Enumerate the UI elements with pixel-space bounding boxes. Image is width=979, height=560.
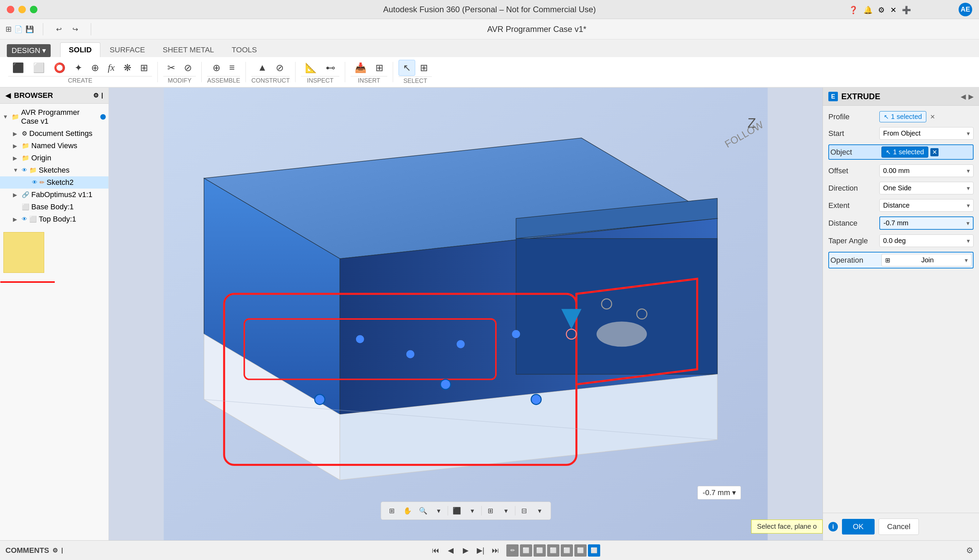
tree-item-sketch2[interactable]: ▶ 👁 ✏ Sketch2 [0,177,109,188]
inspect-measure-btn[interactable]: 📐 [301,60,321,75]
display-dropdown-btn[interactable]: ▾ [466,504,479,518]
view-pan-btn[interactable]: ✋ [401,504,414,518]
construct-more-btn[interactable]: ⊘ [272,60,288,75]
distance-dropdown-arrow[interactable]: ▾ [732,488,736,497]
user-avatar[interactable]: AE [959,3,972,16]
help-icon[interactable]: ❓ [849,6,858,15]
panel-left-arrow[interactable]: ◀ [961,92,966,101]
object-clear-btn[interactable]: ✕ [931,148,939,156]
browser-collapse-icon[interactable]: ◀ [5,92,10,100]
settings-top-icon[interactable]: ⚙ [878,6,885,15]
cancel-button[interactable]: Cancel [879,518,919,535]
direction-dropdown[interactable]: One Side ▾ [879,182,974,194]
tree-item-doc-settings[interactable]: ▶ ⚙ Document Settings [0,127,109,140]
timeline-next-btn[interactable]: ▶| [474,544,487,557]
close-button[interactable] [7,6,14,13]
new-tab-icon[interactable]: ➕ [902,6,911,15]
ok-button[interactable]: OK [842,519,875,535]
tab-surface[interactable]: SURFACE [102,43,154,57]
close-tab-icon[interactable]: ✕ [890,6,896,15]
file-icon[interactable]: 📄 [14,25,23,33]
more-view-dropdown-btn[interactable]: ▾ [533,504,546,518]
view-zoom-fit-btn[interactable]: 🔍 [416,504,430,518]
select-btn[interactable]: ↖ [399,60,415,76]
display-mode-btn[interactable]: ⬛ [450,504,463,518]
create-sphere-btn[interactable]: ✦ [70,60,86,75]
tree-item-named-views[interactable]: ▶ 📁 Named Views [0,140,109,152]
assemble-joint-btn[interactable]: ⊕ [209,60,224,75]
undo-button[interactable]: ↩ [52,22,66,36]
distance-input[interactable]: -0.7 mm ▾ [879,217,974,230]
model-viewport[interactable]: Z FOLLOW [109,88,823,540]
tree-visibility-sketch2[interactable]: 👁 [32,179,37,185]
more-view-btn[interactable]: ⊟ [517,504,531,518]
tab-tools[interactable]: TOOLS [224,43,265,57]
create-formula-btn[interactable]: fx [104,60,119,75]
tree-item-faboptimus[interactable]: ▶ 🔗 FabOptimus2 v1:1 [0,188,109,201]
maximize-button[interactable] [30,6,37,13]
create-sketch-btn[interactable]: ⬛ [8,60,28,75]
tree-visibility-top-body[interactable]: 👁 [22,216,27,222]
create-box-btn[interactable]: ⬜ [29,60,49,75]
create-more-btn[interactable]: ⊞ [136,60,152,75]
profile-clear-btn[interactable]: ✕ [928,113,937,121]
select-more-btn[interactable]: ⊞ [416,60,432,75]
notification-icon[interactable]: 🔔 [864,6,872,15]
tree-item-root[interactable]: ▼ 📁 AVR Programmer Case v1 [0,107,109,127]
create-cylinder-btn[interactable]: ⭕ [50,60,70,75]
timeline-item-3[interactable]: ⬜ [533,544,546,557]
timeline-prev-btn[interactable]: ◀ [444,544,457,557]
timeline-item-1[interactable]: ✏ [506,544,519,557]
save-icon[interactable]: 💾 [25,25,34,33]
browser-expand-icon[interactable]: | [101,92,103,99]
tree-item-top-body[interactable]: ▶ 👁 ⬜ Top Body:1 [0,213,109,225]
browser-settings-icon[interactable]: ⚙ [93,92,99,99]
tree-item-sketches[interactable]: ▼ 👁 📁 Sketches [0,164,109,177]
start-dropdown[interactable]: From Object ▾ [879,127,974,140]
tab-solid[interactable]: SOLID [60,42,100,57]
timeline-item-2[interactable]: ⬜ [520,544,532,557]
create-pattern-btn[interactable]: ❋ [119,60,135,75]
minimize-button[interactable] [18,6,26,13]
redo-button[interactable]: ↪ [68,22,82,36]
comments-expand-icon[interactable]: | [61,547,63,554]
distance-bubble[interactable]: -0.7 mm ▾ [697,486,741,500]
extent-dropdown[interactable]: Distance ▾ [879,199,974,212]
canvas-area[interactable]: Z FOLLOW -0.7 mm ▾ Select face, plane o … [109,88,823,540]
info-icon[interactable]: i [829,522,838,532]
panel-right-arrow[interactable]: ▶ [969,92,974,101]
assemble-more-btn[interactable]: ≡ [225,60,239,75]
taper-angle-input[interactable]: 0.0 deg ▾ [879,235,974,247]
insert-more-btn[interactable]: ⊞ [371,60,387,75]
snap-btn[interactable]: ⊞ [385,504,399,518]
zoom-dropdown-btn[interactable]: ▾ [432,504,446,518]
tree-item-origin[interactable]: ▶ 📁 Origin [0,152,109,164]
inspect-more-btn[interactable]: ⊷ [322,60,339,75]
extent-dropdown-arrow: ▾ [967,202,970,209]
tree-item-base-body[interactable]: ▶ ⬜ Base Body:1 [0,201,109,213]
modify-more-btn[interactable]: ⊘ [180,60,196,75]
offset-dropdown[interactable]: 0.00 mm ▾ [879,165,974,177]
grid-btn[interactable]: ⊞ [484,504,497,518]
comments-settings-icon[interactable]: ⚙ [52,547,58,554]
insert-btn[interactable]: 📥 [351,60,371,75]
design-dropdown[interactable]: DESIGN ▾ [7,44,51,57]
timeline-item-4[interactable]: ⬜ [547,544,560,557]
timeline-first-btn[interactable]: ⏮ [429,544,443,557]
create-extrude-btn[interactable]: ⊕ [87,60,103,75]
modify-press-pull-btn[interactable]: ✂ [163,60,179,75]
timeline-item-7[interactable]: ⬜ [588,544,600,557]
timeline-item-5[interactable]: ⬜ [561,544,573,557]
construct-plane-btn[interactable]: ▲ [253,60,271,75]
timeline-play-btn[interactable]: ▶ [459,544,472,557]
settings-btn[interactable]: ⚙ [966,546,974,555]
timeline-last-btn[interactable]: ⏭ [489,544,502,557]
tree-visibility-sketches[interactable]: 👁 [22,167,27,173]
profile-selected-badge[interactable]: ↖ 1 selected [879,111,926,122]
tree-arrow-named-views: ▶ [13,143,20,149]
timeline-item-6[interactable]: ⬜ [574,544,586,557]
object-selected-badge[interactable]: ↖ 1 selected [881,147,928,158]
tab-sheet-metal[interactable]: SHEET METAL [155,43,222,57]
grid-dropdown-btn[interactable]: ▾ [499,504,513,518]
operation-dropdown[interactable]: ⊞ Join ▾ [881,254,972,267]
